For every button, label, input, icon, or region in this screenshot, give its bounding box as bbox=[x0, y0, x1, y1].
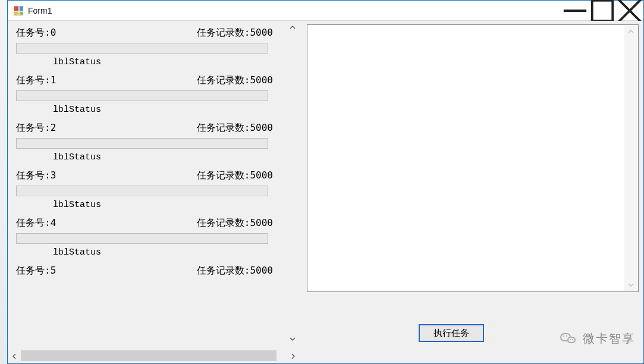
run-task-button[interactable]: 执行任务 bbox=[419, 324, 484, 342]
task-id-label: 任务号:4 bbox=[16, 217, 56, 230]
scroll-track[interactable] bbox=[285, 34, 300, 332]
scroll-thumb[interactable] bbox=[21, 350, 277, 361]
task-status-label: lblStatus bbox=[16, 105, 273, 115]
task-row: 任务号:1 任务记录数:5000 lblStatus bbox=[8, 68, 281, 116]
task-list-vertical-scrollbar[interactable] bbox=[285, 21, 300, 346]
task-progress-bar bbox=[16, 186, 268, 196]
task-id-label: 任务号:1 bbox=[16, 74, 56, 87]
scroll-up-arrow-icon[interactable] bbox=[624, 26, 637, 37]
task-row: 任务号:0 任务记录数:5000 lblStatus bbox=[8, 21, 281, 68]
close-button[interactable] bbox=[616, 1, 643, 20]
task-progress-bar bbox=[16, 90, 268, 101]
task-row: 任务号:5 任务记录数:5000 bbox=[8, 259, 281, 282]
task-records-label: 任务记录数:5000 bbox=[197, 122, 273, 134]
task-records-label: 任务记录数:5000 bbox=[197, 265, 273, 277]
maximize-button[interactable] bbox=[589, 1, 616, 20]
scroll-track[interactable] bbox=[21, 349, 287, 363]
task-status-label: lblStatus bbox=[16, 152, 273, 162]
task-row: 任务号:3 任务记录数:5000 lblStatus bbox=[8, 164, 281, 211]
watermark-text: 微卡智享 bbox=[583, 331, 635, 347]
task-progress-bar bbox=[16, 233, 268, 244]
task-list-horizontal-scrollbar[interactable] bbox=[8, 349, 300, 363]
task-status-label: lblStatus bbox=[16, 200, 273, 210]
task-id-label: 任务号:2 bbox=[16, 122, 56, 134]
titlebar: Form1 bbox=[8, 1, 643, 21]
task-progress-bar bbox=[16, 43, 268, 54]
task-records-label: 任务记录数:5000 bbox=[197, 74, 273, 87]
task-list-panel: 任务号:0 任务记录数:5000 lblStatus 任务号:1 任务记录数:5… bbox=[8, 21, 300, 363]
main-window: Form1 任务号:0 任务记录数:5000 lblStatus bbox=[7, 0, 644, 364]
task-records-label: 任务记录数:5000 bbox=[197, 217, 273, 230]
task-row: 任务号:4 任务记录数:5000 lblStatus bbox=[8, 211, 281, 259]
minimize-button[interactable] bbox=[561, 1, 589, 20]
task-progress-bar bbox=[16, 138, 268, 149]
scroll-right-arrow-icon[interactable] bbox=[287, 349, 300, 363]
task-records-label: 任务记录数:5000 bbox=[197, 170, 273, 182]
client-area: 任务号:0 任务记录数:5000 lblStatus 任务号:1 任务记录数:5… bbox=[8, 21, 643, 363]
task-status-label: lblStatus bbox=[16, 247, 273, 258]
task-records-label: 任务记录数:5000 bbox=[197, 27, 273, 39]
scroll-track[interactable] bbox=[624, 37, 637, 279]
task-row: 任务号:2 任务记录数:5000 lblStatus bbox=[8, 116, 281, 164]
task-status-label: lblStatus bbox=[16, 57, 273, 67]
scroll-up-arrow-icon[interactable] bbox=[285, 21, 300, 34]
run-task-button-label: 执行任务 bbox=[433, 328, 469, 339]
app-icon bbox=[14, 6, 23, 15]
scroll-down-arrow-icon[interactable] bbox=[285, 332, 300, 346]
output-textarea[interactable] bbox=[307, 24, 639, 292]
svg-rect-1 bbox=[592, 0, 613, 21]
window-title: Form1 bbox=[28, 6, 52, 15]
watermark: 微卡智享 bbox=[560, 331, 635, 347]
right-panel: 执行任务 微卡智享 bbox=[300, 21, 643, 363]
scroll-down-arrow-icon[interactable] bbox=[624, 279, 637, 291]
task-id-label: 任务号:3 bbox=[16, 170, 56, 182]
background-left-strip bbox=[0, 0, 7, 364]
scroll-left-arrow-icon[interactable] bbox=[8, 349, 21, 363]
wechat-icon bbox=[560, 332, 577, 346]
task-list-viewport: 任务号:0 任务记录数:5000 lblStatus 任务号:1 任务记录数:5… bbox=[8, 21, 281, 345]
task-id-label: 任务号:0 bbox=[16, 27, 56, 39]
task-id-label: 任务号:5 bbox=[16, 265, 56, 277]
output-vertical-scrollbar[interactable] bbox=[624, 26, 637, 291]
